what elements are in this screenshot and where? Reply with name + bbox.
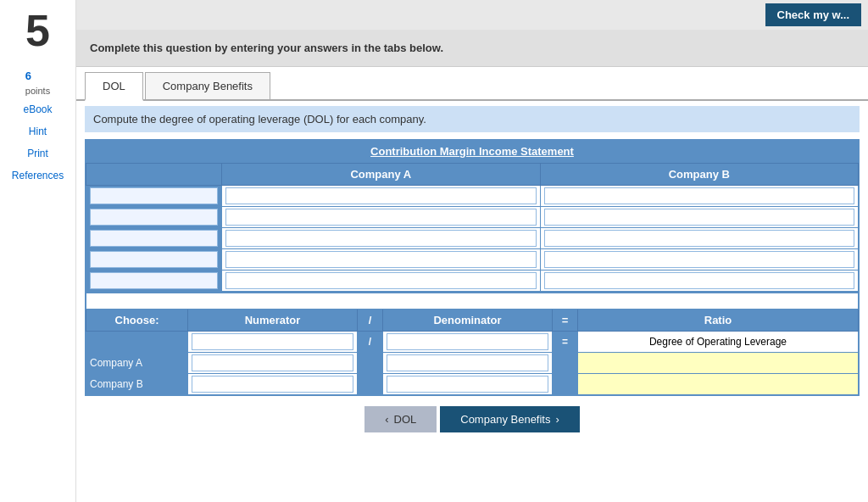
company-b-equals — [553, 374, 578, 395]
ratio-text-cell: Degree of Operating Leverage — [578, 332, 859, 353]
next-chevron-icon: › — [555, 413, 559, 426]
table-row — [86, 186, 859, 207]
question-number: 5 — [25, 8, 50, 53]
content-area: Compute the degree of operating leverage… — [76, 101, 868, 502]
table-row — [86, 271, 859, 292]
prev-button[interactable]: ‹ DOL — [364, 406, 437, 432]
points-number: 6 — [25, 70, 31, 82]
cm-table-title: Contribution Margin Income Statement — [86, 140, 859, 163]
row5-label-input[interactable] — [90, 272, 218, 289]
row2-company-b-input[interactable] — [544, 209, 855, 226]
company-b-header: Company B — [540, 164, 859, 186]
next-button[interactable]: Company Benefits › — [440, 406, 580, 432]
row1-label-input[interactable] — [90, 187, 218, 204]
print-link[interactable]: Print — [27, 145, 48, 162]
row4-label-input[interactable] — [90, 251, 218, 268]
company-a-label: Company A — [86, 353, 188, 374]
company-b-denominator-input[interactable] — [387, 376, 548, 393]
tabs-row: DOL Company Benefits — [76, 72, 868, 101]
cm-income-statement-table: Contribution Margin Income Statement Com… — [85, 139, 860, 396]
prev-chevron-icon: ‹ — [385, 413, 388, 426]
equals-header: = — [553, 310, 578, 332]
company-b-label: Company B — [86, 374, 188, 395]
choose-denominator-input[interactable] — [387, 333, 548, 350]
row3-company-a-input[interactable] — [225, 230, 537, 247]
row4-company-b-input[interactable] — [544, 251, 855, 268]
tab-dol[interactable]: DOL — [85, 72, 143, 101]
references-link[interactable]: References — [12, 167, 64, 184]
company-b-numerator-input[interactable] — [192, 376, 353, 393]
company-a-dol-row: Company A — [86, 353, 859, 374]
row2-company-a-input[interactable] — [225, 209, 537, 226]
row1-company-b-input[interactable] — [544, 187, 855, 204]
ebook-link[interactable]: eBook — [23, 101, 52, 118]
company-a-slash — [358, 353, 383, 374]
row4-company-a-input[interactable] — [225, 251, 537, 268]
choose-label-cell — [86, 332, 188, 353]
denominator-header: Denominator — [383, 310, 553, 332]
tab-company-benefits[interactable]: Company Benefits — [145, 72, 270, 99]
row5-company-a-input[interactable] — [225, 272, 537, 289]
row3-label-input[interactable] — [90, 230, 218, 247]
company-a-header: Company A — [222, 164, 541, 186]
company-a-numerator-input[interactable] — [192, 354, 353, 371]
dol-section-title: Degree of Operating Leverage — [86, 293, 859, 310]
company-b-dol-row: Company B — [86, 374, 859, 395]
row2-label-input[interactable] — [90, 209, 218, 226]
choose-numerator-input[interactable] — [192, 333, 353, 350]
top-bar: Check my w... — [76, 0, 868, 30]
row1-company-a-input[interactable] — [225, 187, 537, 204]
ratio-header: Ratio — [578, 310, 859, 332]
hint-link[interactable]: Hint — [29, 123, 47, 140]
slash-header: / — [358, 310, 383, 332]
table-row — [86, 207, 859, 228]
equals-cell: = — [553, 332, 578, 353]
choose-header: Choose: — [86, 310, 188, 332]
company-b-slash — [358, 374, 383, 395]
row3-company-b-input[interactable] — [544, 230, 855, 247]
slash-cell: / — [358, 332, 383, 353]
dol-choose-row: / = Degree of Operating Leverage — [86, 332, 859, 353]
row5-company-b-input[interactable] — [544, 272, 855, 289]
subinstruction: Compute the degree of operating leverage… — [85, 106, 860, 132]
company-b-ratio-input[interactable] — [581, 376, 854, 392]
check-my-work-button[interactable]: Check my w... — [765, 3, 862, 26]
next-button-label: Company Benefits — [460, 413, 550, 426]
table-row — [86, 249, 859, 271]
points-label: points — [25, 86, 50, 96]
numerator-header: Numerator — [188, 310, 358, 332]
nav-buttons: ‹ DOL Company Benefits › — [85, 396, 860, 443]
prev-button-label: DOL — [394, 413, 417, 426]
table-row — [86, 228, 859, 249]
company-a-equals — [553, 353, 578, 374]
company-a-denominator-input[interactable] — [387, 354, 548, 371]
company-a-ratio-input[interactable] — [581, 355, 854, 371]
instruction-bar: Complete this question by entering your … — [76, 30, 868, 67]
